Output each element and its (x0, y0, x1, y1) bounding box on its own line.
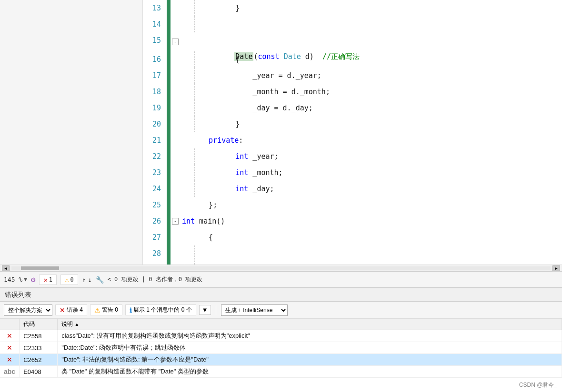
fold-col (171, 116, 180, 132)
indent (180, 245, 190, 265)
indent (190, 16, 199, 32)
warning-filter-badge[interactable]: ⚠ 警告 0 (90, 304, 122, 315)
error-row-2[interactable]: ✕ C2333 "Date::Date": 函数声明中有错误；跳过函数体 (0, 342, 562, 354)
line-number: 13 (143, 0, 167, 16)
info-filter-label: 展示 1 个消息中的 0 个 (133, 306, 192, 314)
error-filter-badge[interactable]: ✕ 错误 4 (55, 304, 87, 315)
table-row: 25 }; (143, 197, 562, 213)
error-row-3[interactable]: ✕ C2652 "Date": 非法的复制构造函数: 第一个参数不应是"Date… (0, 354, 562, 366)
table-row: 27 { (143, 229, 562, 245)
row-code: C2652 (20, 354, 58, 366)
scroll-thumb[interactable] (21, 266, 59, 270)
table-row: 24 int _day; (143, 181, 562, 197)
error-count: 1 (49, 276, 52, 283)
green-bar (167, 84, 171, 100)
line-number: 26 (143, 213, 167, 229)
nav-up-button[interactable]: ↑ (82, 276, 86, 284)
status-bar: 145 % ▼ ⚙ ✕ 1 ⚠ 0 ↑ ↓ 🔧 < 0 项更改 | 0 名作者，… (0, 271, 562, 287)
solution-select[interactable]: 整个解决方案 (4, 304, 52, 316)
green-bar (167, 213, 171, 229)
col-code-header[interactable]: 代码 (20, 319, 58, 330)
error-row-1[interactable]: ✕ C2558 class"Date": 没有可用的复制构造函数或复制构造函数声… (0, 330, 562, 342)
indent (180, 229, 190, 245)
indent (190, 116, 199, 132)
zoom-control[interactable]: 145 % ▼ (4, 276, 27, 283)
error-row-4[interactable]: abc E0408 类 "Date" 的复制构造函数不能带有 "Date" 类型… (0, 366, 562, 378)
left-margin (0, 0, 143, 265)
table-row: 18 _month = d._month; (143, 84, 562, 100)
green-bar (167, 116, 171, 132)
error-count-badge[interactable]: ✕ 1 (39, 274, 57, 285)
fold-button[interactable]: - (172, 218, 179, 225)
fold-col (171, 0, 180, 16)
indent (180, 100, 190, 116)
green-bar (167, 165, 171, 181)
row-desc: "Date": 非法的复制构造函数: 第一个参数不应是"Date" (58, 354, 562, 366)
table-row: 19 _day = d._day; (143, 100, 562, 116)
table-row: 20 } (143, 116, 562, 132)
code-text: } (199, 116, 562, 132)
code-text: { (199, 51, 562, 68)
fold-col[interactable]: - (171, 32, 180, 51)
indent (180, 68, 190, 84)
fold-col (171, 229, 180, 245)
col-icon-header[interactable] (0, 319, 20, 330)
line-number: 14 (143, 16, 167, 32)
current-line-arrow (143, 39, 145, 45)
info-filter-icon: ℹ (130, 306, 132, 314)
gen-select[interactable]: 生成 + IntelliSense (221, 304, 288, 316)
code-text: int _day; (199, 181, 562, 197)
code-text: Date(const Date d) //正确写法 (190, 32, 562, 51)
intellisense-icon: ⚙ (31, 275, 36, 284)
line-number: 24 (143, 181, 167, 197)
line-number: 16 (143, 51, 167, 68)
row-error-icon: ✕ (0, 330, 20, 342)
green-bar (167, 16, 171, 32)
zoom-dropdown-icon[interactable]: ▼ (24, 276, 27, 283)
code-text (199, 16, 562, 32)
table-row: 21 private: (143, 132, 562, 148)
indent (180, 16, 190, 32)
horizontal-scrollbar[interactable]: ◀ ▶ (0, 265, 562, 271)
row-error-icon: ✕ (0, 342, 20, 354)
indent (190, 68, 199, 84)
indent (180, 181, 190, 197)
green-bar (167, 181, 171, 197)
scroll-left-arrow[interactable]: ◀ (2, 265, 10, 271)
task-icon[interactable]: 🔧 (96, 276, 104, 284)
indent (180, 84, 190, 100)
filter-icon[interactable]: ▼ (199, 305, 211, 315)
indent (190, 84, 199, 100)
line-number: 18 (143, 84, 167, 100)
zoom-level: 145 % (4, 276, 22, 283)
green-bar (167, 245, 171, 265)
warning-filter-icon: ⚠ (94, 306, 100, 314)
toolbar-separator (216, 305, 216, 315)
fold-button[interactable]: - (172, 39, 179, 45)
green-bar (167, 0, 171, 16)
row-code: E0408 (20, 366, 58, 378)
row-desc: class"Date": 没有可用的复制构造函数或复制构造函数声明为"expli… (58, 330, 562, 342)
indent (190, 0, 199, 16)
indent (180, 0, 190, 16)
info-filter-badge[interactable]: ℹ 展示 1 个消息中的 0 个 (125, 304, 196, 315)
error-panel-title: 错误列表 (0, 288, 562, 302)
warning-count-badge[interactable]: ⚠ 0 (60, 274, 78, 285)
indent (190, 100, 199, 116)
scroll-track[interactable] (11, 266, 551, 270)
fold-col (171, 100, 180, 116)
indent (180, 51, 190, 68)
nav-down-button[interactable]: ↓ (88, 276, 91, 284)
fold-col (171, 51, 180, 68)
col-desc-label: 说明 (61, 321, 73, 327)
fold-col (171, 68, 180, 84)
col-desc-header[interactable]: 说明 (58, 319, 562, 330)
line-number: 27 (143, 229, 167, 245)
fold-col[interactable]: - (171, 213, 180, 229)
scroll-right-arrow[interactable]: ▶ (552, 265, 560, 271)
error-filter-icon: ✕ (60, 306, 65, 314)
line-number: 15 (143, 32, 167, 51)
indent (180, 132, 190, 148)
code-text: int _month; (199, 165, 562, 181)
green-bar (167, 229, 171, 245)
